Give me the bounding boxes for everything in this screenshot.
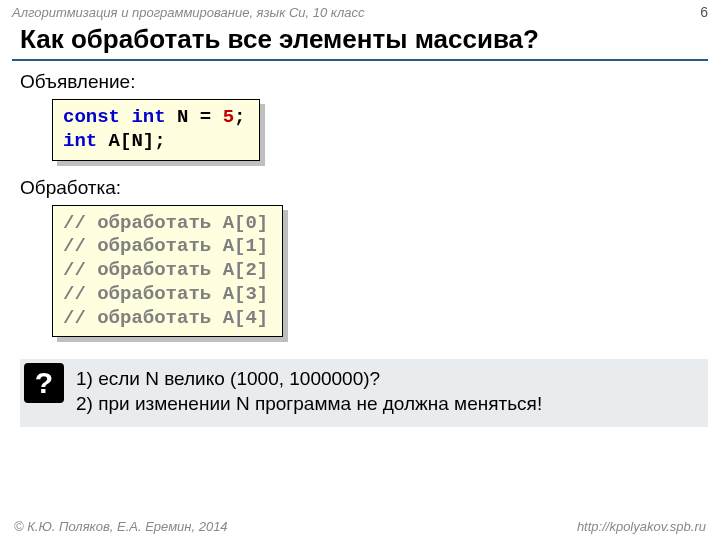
code-text: = xyxy=(188,106,222,128)
code-block-declaration: const int N = 5; int A[N]; xyxy=(52,99,260,161)
declaration-label: Объявление: xyxy=(0,71,720,93)
code-box: // обработать A[0] // обработать A[1] //… xyxy=(52,205,283,338)
page-number: 6 xyxy=(700,4,708,20)
footer: © К.Ю. Поляков, Е.А. Еремин, 2014 http:/… xyxy=(0,519,720,534)
question-line-2: 2) при изменении N программа не должна м… xyxy=(76,392,696,417)
code-text: N xyxy=(166,106,189,128)
page-title: Как обработать все элементы массива? xyxy=(0,22,720,59)
keyword: int xyxy=(63,130,97,152)
code-text: ; xyxy=(234,106,245,128)
header-bar: Алгоритмизация и программирование, язык … xyxy=(0,0,720,22)
footer-url: http://kpolyakov.spb.ru xyxy=(577,519,706,534)
number-literal: 5 xyxy=(223,106,234,128)
keyword: const int xyxy=(63,106,166,128)
code-text: A[N]; xyxy=(97,130,165,152)
question-mark-icon: ? xyxy=(24,363,64,403)
processing-label: Обработка: xyxy=(0,177,720,199)
copyright: © К.Ю. Поляков, Е.А. Еремин, 2014 xyxy=(14,519,228,534)
comment-line: // обработать A[2] xyxy=(63,259,268,281)
comment-line: // обработать A[0] xyxy=(63,212,268,234)
comment-line: // обработать A[4] xyxy=(63,307,268,329)
code-block-processing: // обработать A[0] // обработать A[1] //… xyxy=(52,205,283,338)
question-box: ? 1) если N велико (1000, 1000000)? 2) п… xyxy=(20,359,708,426)
code-box: const int N = 5; int A[N]; xyxy=(52,99,260,161)
question-line-1: 1) если N велико (1000, 1000000)? xyxy=(76,367,696,392)
course-label: Алгоритмизация и программирование, язык … xyxy=(12,5,365,20)
comment-line: // обработать A[3] xyxy=(63,283,268,305)
title-underline xyxy=(12,59,708,61)
comment-line: // обработать A[1] xyxy=(63,235,268,257)
question-text: 1) если N велико (1000, 1000000)? 2) при… xyxy=(76,367,696,416)
